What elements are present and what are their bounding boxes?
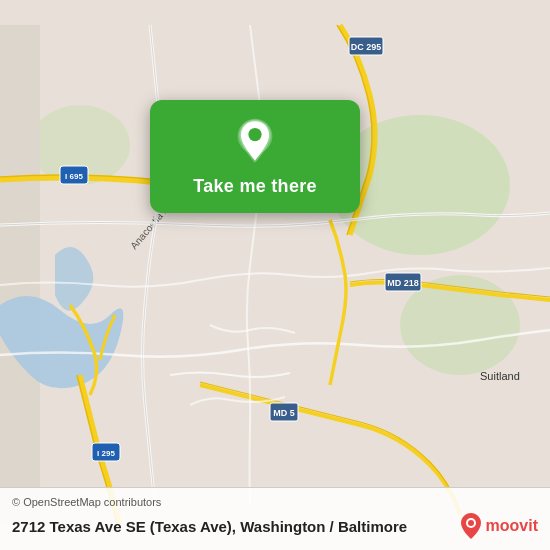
svg-text:MD 218: MD 218 xyxy=(387,278,419,288)
attribution-bar: © OpenStreetMap contributors 2712 Texas … xyxy=(0,487,550,550)
svg-text:MD 5: MD 5 xyxy=(273,408,295,418)
take-me-there-button[interactable]: Take me there xyxy=(193,176,317,197)
svg-text:DC 295: DC 295 xyxy=(351,42,382,52)
svg-point-20 xyxy=(468,520,474,526)
svg-text:I 695: I 695 xyxy=(65,172,83,181)
osm-attribution: © OpenStreetMap contributors xyxy=(12,496,538,508)
moovit-pin-icon xyxy=(460,512,482,540)
svg-rect-4 xyxy=(0,25,40,525)
popup-card[interactable]: Take me there xyxy=(150,100,360,213)
location-pin-icon xyxy=(231,118,279,166)
svg-text:I 295: I 295 xyxy=(97,449,115,458)
moovit-text: moovit xyxy=(486,517,538,535)
moovit-logo: moovit xyxy=(460,512,538,540)
svg-text:Suitland: Suitland xyxy=(480,370,520,382)
map-svg: MD 5 MD 218 DC 295 I 695 I 295 Anacostia… xyxy=(0,0,550,550)
address-line: 2712 Texas Ave SE (Texas Ave), Washingto… xyxy=(12,512,538,540)
svg-point-18 xyxy=(248,128,261,141)
map-container: MD 5 MD 218 DC 295 I 695 I 295 Anacostia… xyxy=(0,0,550,550)
address-text: 2712 Texas Ave SE (Texas Ave), Washingto… xyxy=(12,518,407,535)
